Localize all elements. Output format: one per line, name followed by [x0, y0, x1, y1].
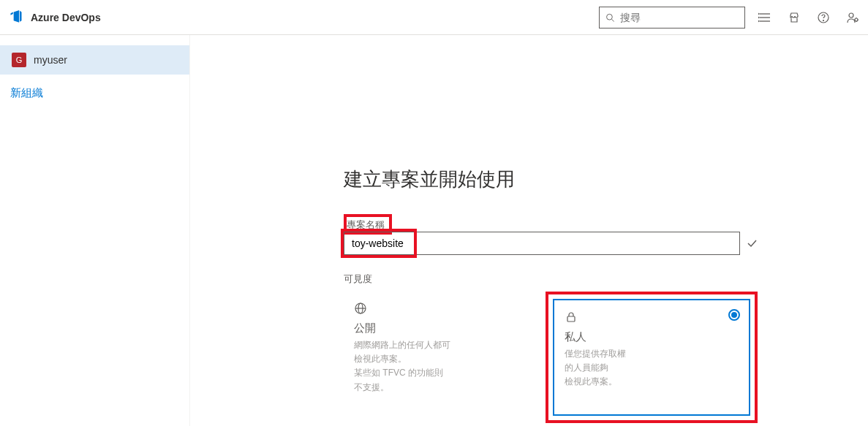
search-icon — [605, 12, 614, 23]
checkmark-icon — [746, 237, 758, 249]
search-box[interactable] — [599, 7, 745, 28]
private-desc: 僅您提供存取權 的人員能夠 檢視此專案。 — [565, 347, 739, 389]
private-title: 私人 — [565, 330, 739, 344]
svg-point-10 — [849, 13, 853, 18]
sidebar: G myuser 新組織 — [0, 35, 190, 426]
visibility-label: 可見度 — [344, 273, 856, 286]
visibility-private-card[interactable]: 私人 僅您提供存取權 的人員能夠 檢視此專案。 — [553, 299, 750, 416]
header-actions — [758, 11, 859, 24]
help-icon[interactable] — [817, 11, 830, 24]
project-name-label: 專案名稱 — [347, 219, 385, 230]
globe-icon — [354, 302, 531, 317]
svg-rect-15 — [567, 316, 575, 322]
logo-group[interactable]: Azure DevOps — [9, 10, 101, 25]
list-icon[interactable] — [758, 11, 771, 24]
azure-devops-logo-icon — [9, 10, 23, 25]
private-highlight: 私人 僅您提供存取權 的人員能夠 檢視此專案。 — [546, 292, 758, 423]
new-org-link[interactable]: 新組織 — [0, 75, 189, 112]
project-name-input[interactable] — [344, 232, 739, 254]
user-settings-icon[interactable] — [846, 11, 859, 24]
org-name: myuser — [34, 54, 67, 66]
page-heading: 建立專案並開始使用 — [344, 167, 856, 192]
svg-point-5 — [758, 13, 759, 14]
svg-point-9 — [823, 20, 824, 20]
public-desc: 網際網路上的任何人都可 檢視此專案。 某些如 TFVC 的功能則 不支援。 — [354, 338, 531, 395]
header: Azure DevOps — [0, 0, 868, 35]
marketplace-icon[interactable] — [788, 11, 801, 24]
svg-point-0 — [607, 14, 613, 20]
svg-point-6 — [758, 17, 759, 18]
svg-point-11 — [855, 18, 858, 21]
main-content: 建立專案並開始使用 專案名稱 可見度 — [190, 35, 868, 426]
lock-icon — [565, 311, 739, 326]
visibility-public-card[interactable]: 公開 網際網路上的任何人都可 檢視此專案。 某些如 TFVC 的功能則 不支援。 — [344, 292, 541, 408]
org-badge: G — [12, 53, 26, 67]
svg-line-1 — [612, 19, 614, 21]
public-title: 公開 — [354, 322, 531, 335]
radio-selected-icon — [728, 309, 740, 321]
search-input[interactable] — [620, 12, 739, 23]
sidebar-org-item[interactable]: G myuser — [0, 45, 189, 75]
svg-point-7 — [758, 20, 759, 21]
app-title: Azure DevOps — [31, 12, 101, 23]
